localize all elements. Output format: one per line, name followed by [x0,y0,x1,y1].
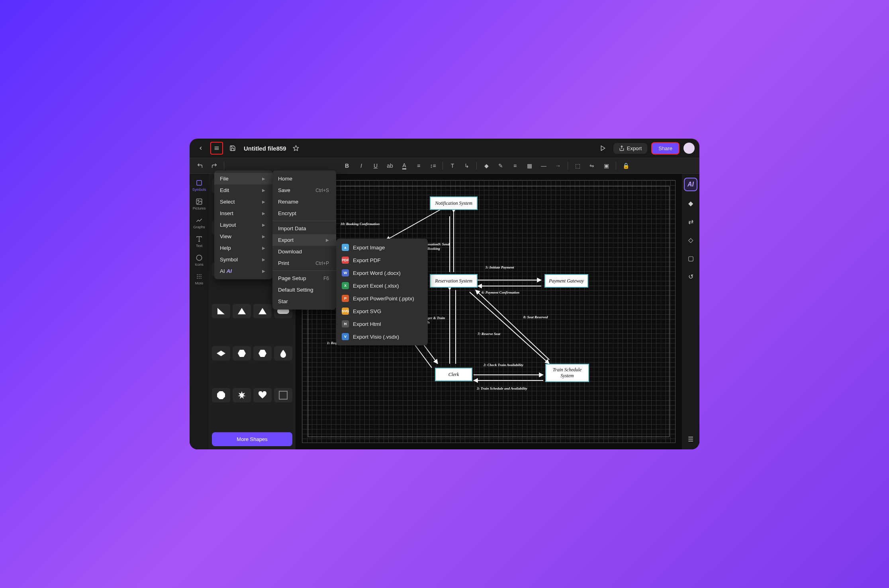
lock-button[interactable]: 🔒 [619,160,632,172]
settings-list-icon[interactable]: ☰ [684,433,697,445]
shape-hexagon[interactable] [233,346,251,361]
star-icon[interactable] [290,142,302,155]
redo-button[interactable] [208,160,221,172]
shape-right-triangle[interactable] [212,304,230,318]
paint-bucket-icon[interactable]: ◆ [684,197,697,210]
text-color-button[interactable]: A [398,160,411,172]
italic-button[interactable]: I [355,160,368,172]
shape-heart[interactable] [253,388,272,402]
rail-icons[interactable]: Icons [190,252,208,269]
export-image[interactable]: ▲Export Image [336,241,428,254]
menu-layout[interactable]: Layout▶ [214,219,272,231]
file-rename[interactable]: Rename [272,196,336,208]
svg-point-12 [197,274,198,275]
menu-symbol[interactable]: Symbol▶ [214,254,272,265]
line-spacing-button[interactable]: ↕≡ [427,160,439,172]
node-clerk[interactable]: Clerk [435,368,472,381]
file-save[interactable]: SaveCtrl+S [272,184,336,196]
rail-symbols[interactable]: Symbols [190,177,208,194]
export-svg[interactable]: SVGExport SVG [336,305,428,318]
node-train[interactable]: Train Schedule System [545,364,589,382]
menu-help[interactable]: Help▶ [214,242,272,254]
menu-ai[interactable]: AI AI▶ [214,265,272,277]
shape-drop[interactable] [274,346,292,361]
export-pdf[interactable]: PDFExport PDF [336,254,428,267]
app-window: Untitled file859 Export Share B I U ab A [190,139,699,449]
flip-button[interactable]: ⇋ [585,160,598,172]
export-button[interactable]: Export [613,143,648,154]
avatar[interactable] [683,143,695,154]
fill-button[interactable]: ◆ [480,160,493,172]
svg-marker-34 [217,308,225,314]
node-notification[interactable]: Notification System [430,196,478,210]
menu-file[interactable]: File▶ [214,173,272,184]
layers-button[interactable]: ⬚ [571,160,584,172]
file-export[interactable]: Export▶ [272,234,336,246]
chevron-right-icon: ▶ [262,176,265,181]
chevron-right-icon: ▶ [262,246,265,250]
rail-more[interactable]: More [190,270,208,288]
export-html[interactable]: HExport Html [336,318,428,330]
file-encrypt[interactable]: Encrypt [272,208,336,219]
pdf-file-icon: PDF [342,257,349,264]
shape-hexagon-2[interactable] [253,346,272,361]
back-button[interactable] [194,142,207,155]
menu-edit[interactable]: Edit▶ [214,184,272,196]
brush-button[interactable]: ✎ [494,160,507,172]
bold-button[interactable]: B [341,160,353,172]
filename[interactable]: Untitled file859 [244,145,286,152]
ai-button[interactable]: AI [684,178,697,191]
menu-insert[interactable]: Insert▶ [214,208,272,219]
export-visio[interactable]: VExport Visio (.vsdx) [336,330,428,343]
history-icon[interactable]: ↺ [684,270,697,283]
word-file-icon: W [342,269,349,276]
rail-pictures[interactable]: Pictures [190,196,208,213]
align-button[interactable]: ≡ [412,160,425,172]
svg-marker-40 [258,350,266,357]
file-import-data[interactable]: Import Data [272,223,336,234]
line-style-button[interactable]: ≡ [509,160,521,172]
chevron-right-icon: ▶ [262,211,265,216]
file-default-setting[interactable]: Default Setting [272,284,336,296]
present-icon[interactable]: ▢ [684,252,697,265]
file-download[interactable]: Download [272,246,336,257]
file-print[interactable]: PrintCtrl+P [272,257,336,269]
rail-text[interactable]: Text [190,233,208,250]
rail-graphs[interactable]: Graphs [190,214,208,231]
file-star[interactable]: Star [272,296,336,307]
text-tool-button[interactable]: T [446,160,459,172]
play-icon[interactable] [597,142,609,155]
export-ppt[interactable]: PExport PowerPoint (.pptx) [336,292,428,305]
shape-octagon[interactable] [212,388,230,402]
connector-button[interactable]: ↳ [460,160,473,172]
shape-triangle-4[interactable] [253,304,272,318]
menu-select[interactable]: Select▶ [214,196,272,208]
group-button[interactable]: ▣ [600,160,613,172]
hamburger-menu-button[interactable] [210,142,223,155]
export-word[interactable]: WExport Word (.docx) [336,267,428,279]
shape-square-outline[interactable] [274,388,292,402]
undo-button[interactable] [194,160,206,172]
node-payment[interactable]: Payment Gateway [544,274,588,288]
line-weight-button[interactable]: — [537,160,550,172]
text-case-button[interactable]: ab [384,160,396,172]
svg-point-14 [200,274,201,275]
file-page-setup[interactable]: Page SetupF6 [272,272,336,284]
line-dashed-button[interactable]: ▦ [523,160,536,172]
node-reservation[interactable]: Reservation System [430,274,478,288]
shapes-icon[interactable]: ◇ [684,233,697,246]
save-icon[interactable] [226,142,239,155]
visio-file-icon: V [342,333,349,340]
arrow-style-button[interactable]: → [552,160,564,172]
shape-diamond[interactable] [212,346,230,361]
menu-view[interactable]: View▶ [214,231,272,242]
shape-triangle-3[interactable] [233,304,251,318]
swap-icon[interactable]: ⇄ [684,215,697,228]
file-home[interactable]: Home [272,173,336,184]
svg-marker-42 [238,391,246,399]
more-shapes-button[interactable]: More Shapes [212,432,292,446]
underline-button[interactable]: U [369,160,382,172]
shape-burst[interactable] [233,388,251,402]
share-button[interactable]: Share [651,142,679,155]
export-excel[interactable]: XExport Excel (.xlsx) [336,279,428,292]
